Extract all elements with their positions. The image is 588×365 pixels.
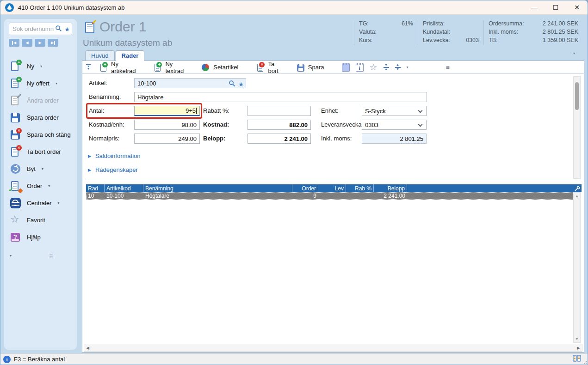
collapse-rows-icon[interactable]: ▼▲ (384, 64, 389, 70)
kostnad-label: Kostnad: (203, 121, 229, 128)
column-header-rad[interactable]: Rad (86, 184, 105, 192)
delete-row-icon (256, 63, 265, 72)
order-row-selected[interactable]: 10 10-100 Högtalare 9 2 241.00 (86, 192, 574, 200)
kostnad-field[interactable]: 882.00 (248, 120, 311, 130)
search-icon[interactable] (55, 25, 62, 34)
keyboard-panel-icon[interactable] (573, 355, 581, 364)
nav-menu-icon[interactable]: ▾≡ (0, 40, 72, 46)
edit-order-icon (10, 95, 22, 107)
expander-arrow-icon: ▶ (88, 154, 91, 158)
chevron-down-icon (418, 122, 423, 127)
sidebar-item-ta-bort-order[interactable]: Ta bort order (4, 143, 77, 160)
chevron-down-icon (418, 109, 423, 113)
scroll-right-arrow[interactable]: ▶ (577, 346, 580, 350)
new-document-icon (10, 61, 22, 73)
wrench-icon[interactable] (407, 184, 582, 192)
expand-rows-icon[interactable]: ▲▼ (395, 64, 401, 70)
benamning-field[interactable]: Högtalare (134, 92, 427, 102)
close-button[interactable]: ✕ (566, 0, 588, 14)
page-subtitle: Unikum datasystem ab (83, 38, 172, 48)
column-header-benamning[interactable]: Benämning (143, 184, 292, 192)
horizontal-scrollbar[interactable]: ◀ ▶ (84, 344, 582, 352)
info-label: Inkl. moms: (489, 29, 524, 37)
article-search-icon[interactable] (229, 80, 235, 88)
scroll-left-arrow[interactable]: ◀ (86, 346, 89, 350)
info-label: TB: (489, 37, 524, 45)
star-icon: ☆ (10, 214, 22, 226)
belopp-field[interactable]: 2 241.00 (248, 134, 311, 144)
sidebar-item-ny[interactable]: Ny ▾ (4, 58, 77, 75)
sidebar-item-favorit[interactable]: ☆ Favorit (4, 212, 77, 229)
favorite-search-icon[interactable]: ★ (64, 26, 70, 32)
antal-field[interactable]: 9+5 (134, 106, 200, 116)
enhet-label: Enhet: (321, 107, 339, 114)
new-row-icon (99, 63, 108, 72)
new-text-row-button[interactable]: Ny textrad (153, 61, 184, 74)
help-icon (10, 231, 22, 243)
artikel-field[interactable]: 10-100 ★ (134, 78, 246, 88)
save-row-button[interactable]: Spara (296, 63, 324, 72)
set-article-button[interactable]: Setartikel (201, 63, 238, 72)
sidebar: ★ ◀ ◀ ▶ ▶ ▾≡ Ny ▾ Ny offert ▾ (4, 19, 77, 350)
header-menu-icon[interactable]: ▾≡ (573, 50, 588, 57)
article-favorite-icon[interactable]: ★ (238, 81, 244, 87)
info-value: 1 359.00 SEK (530, 37, 578, 45)
scroll-down-arrow[interactable]: ▼ (574, 335, 580, 342)
info-value: 61% (383, 20, 413, 29)
notes-info-icon[interactable]: i (356, 63, 364, 72)
info-value: 0303 (457, 37, 479, 45)
belopp-label: Belopp: (203, 135, 225, 142)
column-header-order[interactable]: Order (292, 184, 318, 192)
table-scrollbar[interactable]: ▲ ▼ (573, 192, 581, 343)
delete-row-button[interactable]: Ta bort (256, 61, 278, 74)
column-header-rab[interactable]: Rab % (346, 184, 374, 192)
benamning-label: Benämning: (89, 93, 121, 100)
maximize-button[interactable]: ☐ (545, 0, 566, 14)
tab-rader[interactable]: Rader (116, 50, 145, 61)
scrollbar-thumb[interactable] (575, 82, 579, 110)
order-check-icon: ✓ (10, 180, 22, 192)
rabatt-field[interactable] (248, 106, 311, 116)
radegenskaper-toggle[interactable]: ▶ Radegenskaper (88, 166, 138, 173)
notes-icon[interactable] (342, 63, 350, 72)
leveransvecka-select[interactable]: 0303 (362, 120, 427, 130)
column-header-lev[interactable]: Lev (318, 184, 346, 192)
favorite-toolbar-icon[interactable]: ☆ (370, 63, 378, 72)
info-label: Ordersumma: (489, 20, 524, 29)
switch-icon (10, 163, 22, 175)
sidebar-item-ny-offert[interactable]: Ny offert ▾ (4, 75, 77, 92)
row-toolbar: ▼▼ Ny artikelrad Ny textrad Setartikel T… (82, 61, 584, 74)
leveransvecka-label: Leveransvecka: (321, 121, 363, 128)
save-row-icon (296, 63, 305, 72)
scroll-up-arrow[interactable]: ▲ (574, 193, 580, 200)
kostnad-enh-field[interactable]: 98.00 (134, 120, 200, 130)
splitter-icon[interactable]: ▼▼ (86, 64, 91, 70)
sidebar-item-spara-order[interactable]: Spara order (4, 109, 77, 126)
sidebar-item-spara-och-stang[interactable]: Spara och stäng (4, 126, 77, 143)
rabatt-label: Rabatt %: (203, 107, 229, 114)
saldoinformation-toggle[interactable]: ▶ Saldoinformation (88, 152, 140, 159)
save-close-icon (10, 129, 22, 141)
minimize-button[interactable]: — (524, 0, 545, 14)
tab-huvud[interactable]: Huvud (85, 50, 115, 61)
info-value (383, 29, 413, 37)
expander-arrow-icon: ▶ (88, 168, 91, 172)
antal-label: Antal: (89, 107, 104, 114)
rader-panel: ▼▼ Ny artikelrad Ny textrad Setartikel T… (82, 61, 584, 353)
form-scrollbar[interactable] (573, 76, 581, 179)
new-article-row-button[interactable]: Ny artikelrad (99, 61, 136, 74)
info-label: Prislista: (423, 20, 450, 29)
inkl-moms-label: Inkl. moms: (321, 135, 352, 142)
resize-grip[interactable] (582, 359, 587, 364)
column-header-artikelkod[interactable]: Artikelkod (105, 184, 143, 192)
sidebar-item-centraler[interactable]: Centraler ▾ (4, 195, 77, 212)
enhet-select[interactable]: S-Styck (362, 106, 427, 116)
inkl-moms-field: 2 801.25 (362, 134, 427, 144)
sidebar-item-hjalp[interactable]: Hjälp (4, 229, 77, 246)
column-header-belopp[interactable]: Belopp (374, 184, 407, 192)
normalpris-field[interactable]: 249.00 (134, 134, 200, 144)
toolbar-menu-icon[interactable]: ▾≡ (407, 64, 588, 71)
sidebar-item-byt[interactable]: Byt ▾ (4, 160, 77, 177)
sidebar-item-order[interactable]: ✓ Order ▾ (4, 177, 77, 195)
info-value: 2 801.25 SEK (530, 29, 578, 37)
